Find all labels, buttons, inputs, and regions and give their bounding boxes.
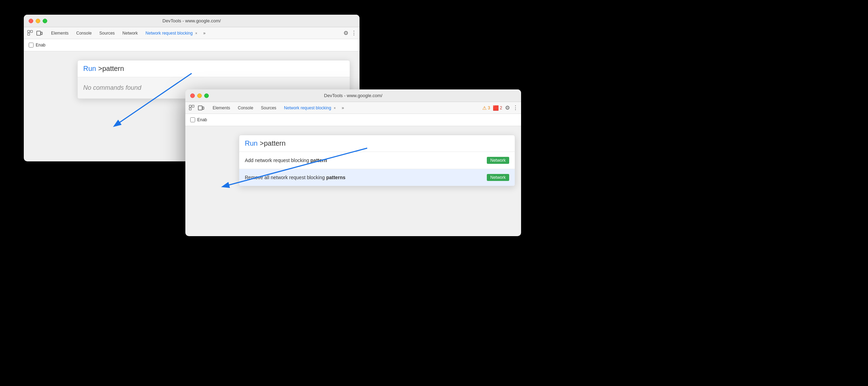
- svg-rect-2: [28, 33, 30, 35]
- error-icon: 🟥: [493, 105, 499, 111]
- cmd-input-text-1[interactable]: >pattern: [98, 65, 124, 73]
- content-area-1: Enab: [24, 39, 360, 51]
- cmd-result-row-1[interactable]: Add network request blocking pattern Net…: [239, 152, 515, 169]
- traffic-lights-1: [29, 19, 47, 23]
- enable-label-1[interactable]: Enab: [29, 43, 45, 48]
- cmd-input-row-1: Run >pattern: [78, 60, 350, 77]
- tab-more-2[interactable]: »: [340, 105, 346, 111]
- window-title-1: DevTools - www.google.com/: [163, 18, 221, 23]
- window-title-2: DevTools - www.google.com/: [324, 93, 383, 98]
- cmd-result-text-2: Remove all network request blocking patt…: [245, 175, 346, 180]
- warning-icon: ⚠: [482, 105, 487, 111]
- error-badge: 🟥 2: [493, 105, 502, 111]
- cmd-run-label-2: Run: [245, 139, 258, 147]
- cmd-result-badge-1: Network: [487, 157, 509, 164]
- device-toggle-icon-2[interactable]: [197, 104, 205, 112]
- cmd-palette-2: Run >pattern Add network request blockin…: [239, 135, 515, 186]
- svg-rect-11: [202, 107, 204, 109]
- cursor-select-icon-2[interactable]: [188, 104, 196, 112]
- cmd-input-row-2: Run >pattern: [239, 135, 515, 152]
- close-button-2[interactable]: [190, 93, 195, 98]
- titlebar-1: DevTools - www.google.com/: [24, 15, 360, 27]
- maximize-button-2[interactable]: [204, 93, 209, 98]
- devtools-window-2: DevTools - www.google.com/ Elements Cons…: [185, 89, 521, 236]
- tab-close-icon-1[interactable]: ×: [195, 31, 197, 35]
- cmd-run-label-1: Run: [83, 65, 96, 73]
- warning-badge: ⚠ 3: [482, 105, 490, 111]
- minimize-button-1[interactable]: [36, 19, 40, 23]
- enable-label-2[interactable]: Enab: [190, 117, 207, 122]
- settings-icon-1[interactable]: ⚙: [343, 30, 348, 36]
- maximize-button-1[interactable]: [43, 19, 47, 23]
- cursor-select-icon[interactable]: [27, 29, 34, 37]
- svg-rect-9: [189, 108, 191, 110]
- svg-rect-1: [30, 30, 33, 32]
- device-toggle-icon[interactable]: [36, 29, 43, 37]
- tabbar-1: Elements Console Sources Network Network…: [24, 27, 360, 39]
- tabbar-2: Elements Console Sources Network request…: [185, 102, 521, 114]
- enable-checkbox-2[interactable]: [190, 117, 195, 122]
- tab-elements-1[interactable]: Elements: [48, 29, 72, 37]
- titlebar-2: DevTools - www.google.com/: [185, 89, 521, 102]
- settings-icon-2[interactable]: ⚙: [505, 104, 510, 111]
- tab-network-request-blocking-1[interactable]: Network request blocking ×: [142, 29, 201, 37]
- tabbar-icons-2: [188, 104, 205, 112]
- tabbar-right-1: ⚙ ⋮: [343, 30, 357, 36]
- tab-close-icon-2[interactable]: ×: [334, 106, 336, 110]
- cmd-result-text-1: Add network request blocking pattern: [245, 158, 327, 163]
- tab-sources-2[interactable]: Sources: [257, 104, 280, 112]
- cmd-input-text-2[interactable]: >pattern: [260, 139, 286, 147]
- tab-sources-1[interactable]: Sources: [96, 29, 118, 37]
- tab-console-1[interactable]: Console: [73, 29, 95, 37]
- svg-rect-4: [41, 32, 42, 35]
- cmd-result-row-2[interactable]: Remove all network request blocking patt…: [239, 169, 515, 186]
- svg-rect-7: [189, 105, 191, 107]
- tab-elements-2[interactable]: Elements: [209, 104, 234, 112]
- error-count: 2: [500, 105, 502, 110]
- tab-console-2[interactable]: Console: [234, 104, 257, 112]
- tabbar-icons-1: [27, 29, 43, 37]
- minimize-button-2[interactable]: [197, 93, 202, 98]
- svg-rect-8: [192, 105, 194, 107]
- tab-network-request-blocking-2[interactable]: Network request blocking ×: [280, 104, 339, 112]
- content-area-2: Enab: [185, 114, 521, 126]
- more-options-icon-1[interactable]: ⋮: [351, 30, 357, 36]
- more-options-icon-2[interactable]: ⋮: [513, 104, 518, 111]
- traffic-lights-2: [190, 93, 209, 98]
- warning-count: 3: [488, 105, 490, 110]
- svg-rect-0: [28, 30, 30, 32]
- close-button-1[interactable]: [29, 19, 33, 23]
- svg-rect-3: [37, 31, 41, 35]
- tab-more-1[interactable]: »: [201, 30, 207, 36]
- tab-network-1[interactable]: Network: [119, 29, 141, 37]
- cmd-result-badge-2: Network: [487, 174, 509, 181]
- enable-checkbox-1[interactable]: [29, 43, 34, 48]
- svg-rect-10: [198, 106, 202, 110]
- tabbar-right-2: ⚠ 3 🟥 2 ⚙ ⋮: [482, 104, 518, 111]
